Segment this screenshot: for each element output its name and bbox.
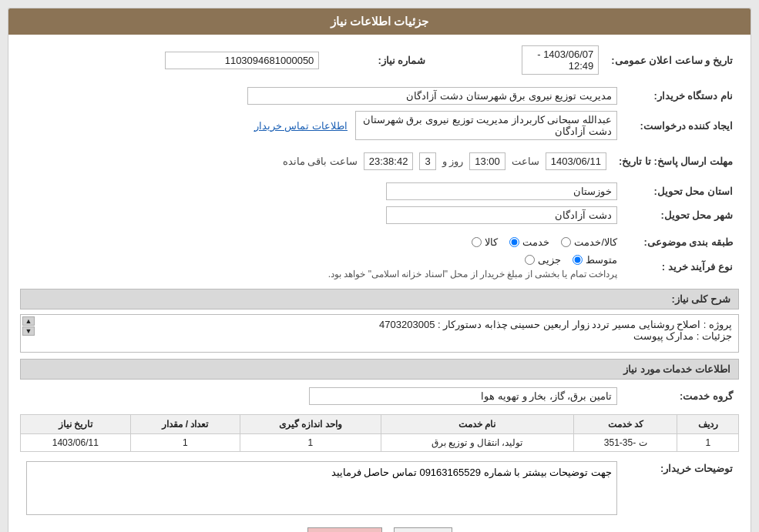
radio-khedmat-input[interactable] xyxy=(509,237,519,247)
radio-jozi: جزیی xyxy=(525,254,561,266)
services-table: ردیف کد خدمت نام خدمت واحد اندازه گیری ت… xyxy=(20,414,739,452)
radio-motvaset-input[interactable] xyxy=(573,255,583,265)
location-table: استان محل تحویل: خوزستان شهر محل تحویل: … xyxy=(20,179,739,227)
tawzih-table: توضیحات خریدار: xyxy=(20,458,739,518)
group-value: تامین برق، گاز، بخار و تهویه هوا xyxy=(309,387,617,405)
idad-konande-label: ایجاد کننده درخواست: xyxy=(623,108,739,143)
page-wrapper: جزئیات اطلاعات نیاز تاریخ و ساعت اعلان ع… xyxy=(0,0,759,532)
bottom-buttons: چاپ بازگشت xyxy=(20,527,739,532)
sharh-section-title: شرح کلی نیاز: xyxy=(20,289,739,309)
contact-link[interactable]: اطلاعات تماس خریدار xyxy=(254,120,348,132)
shahr-value: دشت آزادگان xyxy=(386,206,617,224)
sharh-project: پروژه : اصلاح روشنایی مسیر تردد زوار ارب… xyxy=(42,319,732,330)
radio-jozi-input[interactable] xyxy=(525,255,535,265)
nooe-farayand-note: پرداخت تمام یا بخشی از مبلغ خریدار از مح… xyxy=(328,269,617,279)
radio-kala-label: کالا xyxy=(485,236,498,248)
shahr-label: شهر محل تحویل: xyxy=(623,203,739,227)
mohlat-label: مهلت ارسال پاسخ: تا تاریخ: xyxy=(613,149,739,173)
scroll-up-btn[interactable]: ▲ xyxy=(22,316,35,326)
nam-dastgah-value: مدیریت توزیع نیروی برق شهرستان دشت آزادگ… xyxy=(247,87,617,105)
sharh-label: شرح کلی نیاز: xyxy=(671,293,730,305)
sharh-box-wrapper: پروژه : اصلاح روشنایی مسیر تردد زوار ارب… xyxy=(20,314,739,353)
table-cell: تولید، انتقال و توزیع برق xyxy=(381,434,573,452)
radio-jozi-label: جزیی xyxy=(538,254,561,266)
table-cell: 1 xyxy=(677,434,739,452)
col-tedad: تعداد / مقدار xyxy=(130,415,240,434)
radio-kala-khedmat: کالا/خدمت xyxy=(561,236,617,248)
back-button[interactable]: بازگشت xyxy=(307,527,382,532)
ostan-label: استان محل تحویل: xyxy=(623,179,739,203)
radio-kala-khedmat-label: کالا/خدمت xyxy=(574,236,617,248)
table-cell: 1403/06/11 xyxy=(21,434,131,452)
radio-khedmat-label: خدمت xyxy=(522,236,549,248)
services-section-title: اطلاعات خدمات مورد نیاز xyxy=(20,359,739,380)
main-card: جزئیات اطلاعات نیاز تاریخ و ساعت اعلان ع… xyxy=(8,8,751,532)
sharh-content: پروژه : اصلاح روشنایی مسیر تردد زوار ارب… xyxy=(27,319,732,342)
mohlat-rooz: 3 xyxy=(419,152,435,170)
tarikh-label: تاریخ و ساعت اعلان عمومی: xyxy=(605,42,739,78)
tarikh-value: 1403/06/07 - 12:49 xyxy=(522,45,599,75)
mohlat-time: 13:00 xyxy=(469,152,505,170)
table-cell: 1 xyxy=(130,434,240,452)
card-body: تاریخ و ساعت اعلان عمومی: 1403/06/07 - 1… xyxy=(8,35,751,532)
radio-kala: کالا xyxy=(472,236,498,248)
scroll-arrows: ▲ ▼ xyxy=(22,316,35,336)
radio-khedmat: خدمت xyxy=(509,236,549,248)
radio-motvaset: متوسط xyxy=(573,254,617,266)
nooe-farayand-label: نوع فرآیند خرید : xyxy=(623,251,739,283)
top-info-table: تاریخ و ساعت اعلان عمومی: 1403/06/07 - 1… xyxy=(20,42,739,78)
print-button[interactable]: چاپ xyxy=(394,527,452,532)
mohlat-remaining-label: ساعت باقی مانده xyxy=(283,156,358,167)
page-title: جزئیات اطلاعات نیاز xyxy=(331,15,428,28)
col-nam: نام خدمت xyxy=(381,415,573,434)
group-table: گروه خدمت: تامین برق، گاز، بخار و تهویه … xyxy=(20,384,739,408)
mohlat-time-label: ساعت xyxy=(512,156,539,167)
dastgah-table: نام دستگاه خریدار: مدیریت توزیع نیروی بر… xyxy=(20,84,739,143)
scroll-down-btn[interactable]: ▼ xyxy=(22,326,35,336)
ostan-value: خوزستان xyxy=(386,182,617,200)
radio-motvaset-label: متوسط xyxy=(586,254,617,266)
mohlat-table: مهلت ارسال پاسخ: تا تاریخ: 1403/06/11 سا… xyxy=(20,149,739,173)
tawzih-label: توضیحات خریدار: xyxy=(623,458,739,518)
table-cell: ت -35-351 xyxy=(573,434,677,452)
table-row: 1ت -35-351تولید، انتقال و توزیع برق11140… xyxy=(21,434,739,452)
shomara-niaz-value: 1103094681000050 xyxy=(165,52,319,69)
group-label: گروه خدمت: xyxy=(623,384,739,408)
col-radif: ردیف xyxy=(677,415,739,434)
nam-dastgah-label: نام دستگاه خریدار: xyxy=(623,84,739,108)
col-tarikh: تاریخ نیاز xyxy=(21,415,131,434)
col-kod: کد خدمت xyxy=(573,415,677,434)
mohlat-date: 1403/06/11 xyxy=(546,152,606,170)
card-header: جزئیات اطلاعات نیاز xyxy=(8,8,751,35)
radio-kala-input[interactable] xyxy=(472,237,482,247)
mohlat-countdown: 23:38:42 xyxy=(364,152,414,170)
radio-kala-khedmat-input[interactable] xyxy=(561,237,571,247)
table-cell: 1 xyxy=(240,434,381,452)
tarifbandi-table: طبقه بندی موضوعی: کالا/خدمت خدمت xyxy=(20,233,739,283)
shomara-niaz-label: شماره نیاز: xyxy=(325,42,441,78)
sharh-scroll-box: پروژه : اصلاح روشنایی مسیر تردد زوار ارب… xyxy=(20,314,739,353)
col-vahed: واحد اندازه گیری xyxy=(240,415,381,434)
tawzih-textarea[interactable] xyxy=(26,461,617,515)
tarifbandi-radio-group: کالا/خدمت خدمت کالا xyxy=(472,236,617,248)
idad-konande-value: عبدالله سبحانی کاربرداز مدیریت توزیع نیر… xyxy=(355,111,617,140)
nooe-farayand-radio-group: متوسط جزیی xyxy=(525,254,617,266)
mohlat-rooz-label: روز و xyxy=(442,156,464,167)
sharh-details: جزئیات : مدارک پیوست xyxy=(42,330,732,342)
tarifbandi-label: طبقه بندی موضوعی: xyxy=(623,233,739,251)
